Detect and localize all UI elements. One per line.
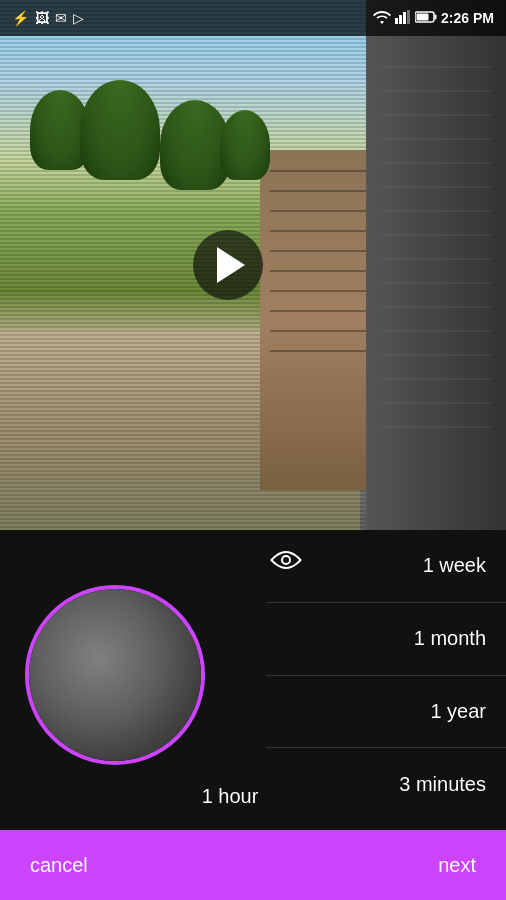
svg-rect-3: [407, 10, 410, 24]
svg-point-7: [282, 556, 290, 564]
status-left-icons: ⚡ 🖼 ✉ ▷: [12, 10, 84, 26]
store-icon: ▷: [73, 10, 84, 26]
tree-2: [80, 80, 160, 180]
eye-icon: [270, 550, 302, 570]
battery-icon: [415, 10, 437, 26]
image-icon: 🖼: [35, 10, 49, 26]
duration-item-1month[interactable]: 1 month: [266, 603, 506, 676]
status-right-icons: 2:26 PM: [373, 10, 494, 27]
action-bar: cancel next: [0, 830, 506, 900]
svg-rect-2: [403, 12, 406, 24]
building-right: [366, 0, 506, 530]
tree-4: [220, 110, 270, 180]
play-icon: [217, 247, 245, 283]
video-area: [0, 0, 506, 530]
duration-item-1year[interactable]: 1 year: [266, 676, 506, 749]
thumbnail-section: [0, 530, 230, 800]
status-time: 2:26 PM: [441, 10, 494, 26]
usb-icon: ⚡: [12, 10, 29, 26]
svg-rect-0: [395, 18, 398, 24]
svg-rect-1: [399, 15, 402, 24]
signal-icon: [395, 10, 411, 27]
hour-label: 1 hour: [202, 785, 259, 808]
play-button[interactable]: [193, 230, 263, 300]
svg-rect-5: [435, 15, 437, 20]
cancel-button[interactable]: cancel: [0, 830, 118, 900]
next-button[interactable]: next: [408, 830, 506, 900]
eye-icon-area: [256, 530, 316, 590]
thumbnail-circle: [25, 585, 205, 765]
gmail-icon: ✉: [55, 10, 67, 26]
status-bar: ⚡ 🖼 ✉ ▷ 2:26 PM: [0, 0, 506, 36]
duration-item-3minutes[interactable]: 3 minutes: [266, 748, 506, 820]
thumbnail-image: [29, 589, 201, 761]
svg-rect-6: [417, 14, 429, 21]
wifi-icon: [373, 10, 391, 27]
